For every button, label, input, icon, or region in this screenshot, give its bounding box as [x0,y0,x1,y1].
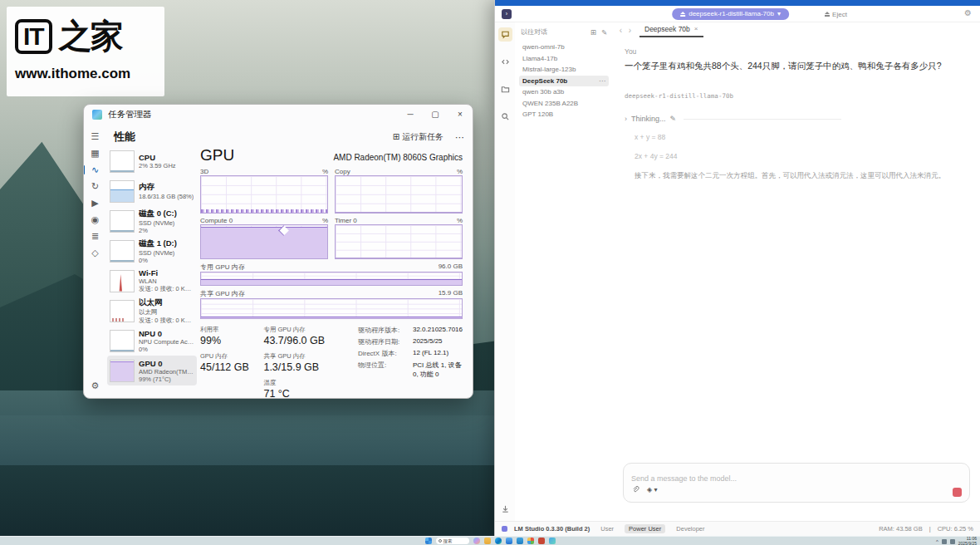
sidebar-item-cpu[interactable]: CPU 2% 3.59 GHz [107,146,197,176]
new-chat-icon[interactable]: ✎ [601,28,607,37]
lm-studio-nav-rail [495,22,515,521]
eject-button[interactable]: Eject [825,8,847,20]
loaded-model-pill[interactable]: deepseek-r1-distill-llama-70b ▾ [672,8,789,20]
taskbar-clock[interactable]: 11:06 2025/9/25 [958,537,977,545]
chat-list-item[interactable]: qwen-omni-7b [519,42,609,53]
ithome-watermark: IT 之家 www.ithome.com [7,7,164,96]
nav-processes-icon[interactable]: ▦ [87,148,104,159]
sidebar-item-npu[interactable]: NPU 0 NPU Compute Accel... 0% [107,326,197,356]
tray-overflow-icon[interactable]: ^ [936,539,938,544]
app-icon[interactable] [517,538,523,544]
ithome-logo-home: 之家 [59,13,122,59]
chat-list-item[interactable]: Mistral-large-123b [519,64,609,76]
taskbar-search[interactable]: 搜索 [436,538,469,544]
active-chat-tab[interactable]: Deepseek 70b × [639,23,703,37]
nav-services-icon[interactable]: ◇ [87,248,104,258]
message-input-box[interactable]: ◈ ▾ [623,463,970,503]
volume-tray-icon[interactable] [950,539,955,544]
settings-gear-icon[interactable]: ⚙ [964,8,972,17]
developer-tab-icon[interactable] [498,55,512,69]
maximize-button[interactable]: ▢ [423,105,448,125]
sidebar-item-memory[interactable]: 内存 18.6/31.8 GB (58%) [107,176,197,206]
sidebar-item-wifi[interactable]: Wi-Fi WLAN 发送: 0 接收: 0 Kbps [107,266,197,296]
task-manager-title: 任务管理器 [108,109,398,120]
edit-icon: ✎ [670,115,677,123]
mode-user[interactable]: User [596,524,618,533]
mode-power-user[interactable]: Power User [625,524,665,533]
nav-app-history-icon[interactable]: ↻ [87,181,104,192]
microsoft-store-icon[interactable] [506,538,512,544]
nav-performance-icon[interactable]: ∿ [87,164,104,175]
minimize-button[interactable]: ─ [398,105,423,125]
run-new-task-icon: ⊞ [393,132,399,141]
stop-generation-button[interactable] [953,488,962,497]
thinking-section-header[interactable]: › Thinking... ✎ [625,115,968,123]
tab-close-icon[interactable]: × [694,25,698,32]
sidebar-item-disk1[interactable]: 磁盘 1 (D:) SSD (NVMe) 0% [107,236,197,266]
close-button[interactable]: × [448,105,473,125]
settings-gear-icon[interactable]: ⚙ [84,381,106,391]
ithome-logo-it: IT [15,19,52,54]
stat-shared-memory-value: 1.3/15.9 GB [263,361,345,373]
mode-developer[interactable]: Developer [672,524,708,533]
ram-usage: RAM: 43.58 GB [879,525,923,533]
attach-file-icon[interactable] [631,482,639,497]
network-tray-icon[interactable] [942,539,947,544]
new-folder-icon[interactable]: ⊞ [590,28,596,37]
chart-timer0 [335,224,463,259]
cpu-mini-chart [110,150,135,173]
more-options-button[interactable]: ⋯ [455,132,464,143]
chart-copy [335,175,463,214]
chart-compute0 [200,224,328,259]
npu-mini-chart [110,330,135,352]
dedicated-memory-chart-max: 96.0 GB [439,263,463,272]
task-manager-window: 任务管理器 ─ ▢ × 性能 ⊞ 运行新任务 ⋯ ☰ ▦ ∿ ↻ ▶ ◉ ≣ ◇ [83,104,473,399]
run-new-task-button[interactable]: ⊞ 运行新任务 [393,131,443,143]
app-icon[interactable] [527,538,534,544]
nav-startup-apps-icon[interactable]: ▶ [87,198,104,209]
menu-icon[interactable]: ☰ [87,131,104,142]
performance-sidebar: CPU 2% 3.59 GHz 内存 18.6/31.8 GB (58%) 磁盘… [107,146,197,385]
gpu-device-name: AMD Radeon(TM) 8060S Graphics [234,153,463,164]
chart-copy-max: % [457,168,463,175]
app-icon[interactable] [538,538,545,544]
sidebar-item-ethernet[interactable]: 以太网 以太网 发送: 0 接收: 0 Kbps [107,296,197,326]
nav-users-icon[interactable]: ◉ [87,214,104,225]
downloads-icon[interactable] [498,502,512,516]
message-input[interactable] [631,474,962,483]
thinking-text: 接下来，我需要解这个二元一次方程组。首先，可以用代入法或消元法，这里可以用代入法… [635,171,968,181]
nav-details-icon[interactable]: ≣ [87,231,104,242]
expand-caret-icon[interactable]: › [625,115,627,123]
discover-search-icon[interactable] [498,110,512,124]
tab-forward-icon[interactable]: › [625,26,635,35]
sidebar-item-disk0[interactable]: 磁盘 0 (C:) SSD (NVMe) 2% [107,206,197,236]
gpu-driver-details: 驱动程序版本: 32.0.21025.7016 驱动程序日期: 2025/5/2… [358,326,463,399]
chat-list-item[interactable]: QWEN 235B A22B [519,98,609,110]
prompt-options-icon[interactable]: ◈ ▾ [647,486,657,493]
chart-dedicated-memory [200,272,463,286]
thinking-content: x + y = 88 2x + 4y = 244 接下来，我需要解这个二元一次方… [635,133,968,181]
task-manager-taskbar-icon[interactable] [549,538,556,544]
copilot-icon[interactable] [473,538,480,544]
chat-list-item[interactable]: GPT 120B [519,109,609,120]
chat-tab-icon[interactable] [498,27,512,42]
start-button[interactable] [425,538,432,544]
stat-dedicated-memory-value: 43.7/96.0 GB [263,335,345,346]
stat-gpu-memory-value: 45/112 GB [200,361,250,373]
lm-studio-titlebar[interactable]: › deepseek-r1-distill-llama-70b ▾ Eject … [495,6,980,22]
task-manager-titlebar[interactable]: 任务管理器 ─ ▢ × [84,105,473,125]
chart-timer-max: % [457,217,463,224]
chat-list-item-selected[interactable]: DeepSeek 70b ⋯ [519,76,609,87]
my-models-folder-icon[interactable] [498,82,512,96]
edge-browser-icon[interactable] [495,538,502,544]
chat-list-item[interactable]: qwen 30b a3b [519,86,609,98]
user-message: 一个笼子里有鸡和兔共88个头、244只脚，请问笼子中的鸡、鸭和兔子各有多少只? [625,61,968,72]
chat-item-more-icon[interactable]: ⋯ [599,76,605,87]
chat-list-item[interactable]: Llama4-17b [519,53,609,65]
chart-shared-memory [200,298,463,319]
sidebar-item-gpu[interactable]: GPU 0 AMD Radeon(TM) 806... 99% (71°C) [107,356,197,385]
shared-memory-chart-label: 共享 GPU 内存 [200,289,439,298]
file-explorer-icon[interactable] [484,538,491,544]
tab-back-icon[interactable]: ‹ [616,26,625,35]
task-manager-app-icon [92,110,102,120]
